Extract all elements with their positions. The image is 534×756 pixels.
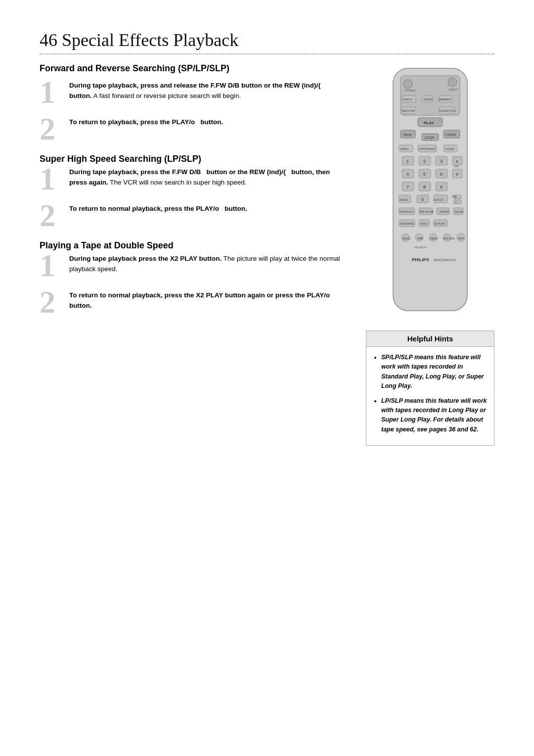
svg-text:CLEAR: CLEAR — [445, 147, 454, 150]
svg-text:∨: ∨ — [455, 172, 459, 177]
svg-text:1: 1 — [406, 159, 409, 164]
svg-text:STOP: STOP — [425, 136, 434, 140]
step-content-2b: To return to normal playback, press the … — [69, 204, 346, 216]
svg-text:5: 5 — [423, 172, 426, 177]
svg-text:TIME: TIME — [417, 237, 423, 240]
step-number-1b: 1 — [40, 163, 61, 195]
step-block: 1 During tape playback, press the F.FW D… — [40, 167, 346, 195]
svg-text:7: 7 — [406, 185, 409, 189]
helpful-hints-item: SP/LP/SLP means this feature will work w… — [381, 353, 487, 391]
remote-illustration: POWER EJECT VCR/TV SPEED MEMORY REC/OTR … — [366, 63, 494, 321]
svg-text:MUTE: MUTE — [400, 198, 408, 201]
helpful-hints-body: SP/LP/SLP means this feature will work w… — [366, 347, 494, 445]
step-content-2a: To return to playback, press the PLAY/o … — [69, 117, 346, 130]
step-block: 2 To return to normal playback, press th… — [40, 204, 346, 232]
svg-text:PHILIPS: PHILIPS — [412, 257, 429, 262]
svg-point-4 — [448, 78, 457, 87]
section-heading-double-speed: Playing a Tape at Double Speed — [40, 240, 346, 251]
remote-svg: POWER EJECT VCR/TV SPEED MEMORY REC/OTR … — [378, 63, 482, 321]
svg-text:POWER: POWER — [404, 89, 416, 92]
step-block: 1 During tape playback, press and releas… — [40, 81, 346, 108]
section-heading-forward-reverse: Forward and Reverse Searching (SP/LP/SLP… — [40, 63, 346, 74]
svg-text:3: 3 — [440, 159, 443, 164]
step-content-2c: To return to normal playback, press the … — [69, 290, 346, 313]
svg-text:4: 4 — [406, 172, 409, 177]
step-content-1a: During tape playback, press and release … — [69, 81, 346, 103]
right-column: POWER EJECT VCR/TV SPEED MEMORY REC/OTR … — [366, 63, 494, 446]
svg-text:PAUSE/STILL: PAUSE/STILL — [439, 109, 456, 112]
svg-text:SLOW: SLOW — [455, 210, 463, 213]
svg-text:9: 9 — [440, 185, 443, 189]
svg-text:STATUS/EXIT: STATUS/EXIT — [419, 147, 436, 150]
svg-text:F.FWD: F.FWD — [445, 133, 456, 137]
svg-text:6: 6 — [440, 172, 443, 177]
step-content-1b: During tape playback, press the F.FW D/B… — [69, 167, 346, 190]
svg-text:ENTER: ENTER — [440, 210, 449, 213]
svg-text:QUICK: QUICK — [402, 237, 411, 240]
step-content-1c: During tape playback press the X2 PLAY b… — [69, 254, 346, 277]
svg-text:MAGNAVOX: MAGNAVOX — [434, 258, 456, 262]
left-column: Forward and Reverse Searching (SP/LP/SLP… — [40, 63, 346, 446]
helpful-hints-list: SP/LP/SLP means this feature will work w… — [373, 353, 487, 434]
svg-text:VOL: VOL — [452, 195, 457, 198]
svg-point-2 — [403, 80, 412, 89]
helpful-hints-item: LP/SLP means this feature will work with… — [381, 396, 487, 435]
svg-text:PLAY: PLAY — [424, 121, 434, 125]
page-title: 46 Special Effects Playback — [40, 30, 494, 50]
step-block: 1 During tape playback press the X2 PLAY… — [40, 254, 346, 282]
svg-text:REC.END: REC.END — [444, 237, 455, 240]
step-number-2a: 2 — [40, 113, 61, 145]
svg-text:INDEX: INDEX — [430, 237, 438, 240]
svg-text:VAR SLOW: VAR SLOW — [419, 210, 434, 213]
svg-text:0: 0 — [421, 197, 424, 202]
svg-text:MENU: MENU — [400, 147, 408, 150]
step-block: 2 To return to playback, press the PLAY/… — [40, 117, 346, 145]
step-number-1a: 1 — [40, 77, 61, 108]
step-number-2c: 2 — [40, 286, 61, 318]
svg-text:SPEED: SPEED — [423, 98, 433, 101]
svg-text:MEMORY: MEMORY — [439, 98, 451, 101]
svg-text:TRACKING: TRACKING — [400, 222, 414, 225]
step-number-2b: 2 — [40, 200, 61, 232]
svg-text:REW: REW — [403, 133, 412, 137]
main-layout: Forward and Reverse Searching (SP/LP/SLP… — [40, 63, 494, 446]
section-heading-super-high-speed: Super High Speed Searching (LP/SLP) — [40, 154, 346, 164]
svg-text:REC/OTR: REC/OTR — [402, 109, 415, 112]
svg-text:EJECT: EJECT — [449, 88, 458, 91]
step-number-1c: 1 — [40, 250, 61, 282]
svg-text:∧: ∧ — [455, 159, 459, 164]
helpful-hints-title: Helpful Hints — [366, 331, 494, 347]
svg-text:VCR/TV: VCR/TV — [402, 98, 413, 101]
svg-text:ALT.CH: ALT.CH — [434, 198, 444, 201]
section-divider — [40, 53, 494, 54]
svg-text:VCR PLUS+: VCR PLUS+ — [400, 210, 413, 213]
svg-text:X2 PLAY: X2 PLAY — [434, 222, 445, 225]
svg-text:2: 2 — [423, 159, 426, 164]
step-block: 2 To return to normal playback, press th… — [40, 290, 346, 318]
svg-text:∨: ∨ — [455, 201, 457, 204]
svg-text:SKIP: SKIP — [458, 237, 464, 240]
svg-text:SEARCH: SEARCH — [414, 246, 426, 249]
svg-text:8: 8 — [423, 185, 426, 189]
svg-text:CH: CH — [454, 165, 459, 168]
svg-text:F.ADJ: F.ADJ — [420, 222, 428, 225]
helpful-hints-box: Helpful Hints SP/LP/SLP means this featu… — [366, 331, 494, 446]
